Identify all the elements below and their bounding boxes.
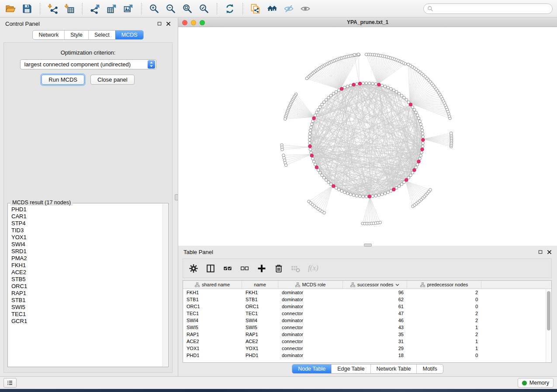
- table-row[interactable]: ORC1ORC1dominator610: [183, 303, 551, 310]
- zoom-in-button[interactable]: [146, 2, 162, 16]
- export-image-button[interactable]: [121, 2, 136, 16]
- column-header-label: MCDS role: [302, 282, 326, 287]
- hide-selected-button[interactable]: [281, 2, 297, 16]
- delete-columns-button[interactable]: [274, 264, 284, 273]
- mcds-result-item[interactable]: GCR1: [11, 318, 161, 325]
- table-row[interactable]: TEC1TEC1connector472: [183, 310, 551, 317]
- maximize-window-icon[interactable]: [200, 20, 205, 25]
- import-network-button[interactable]: [45, 2, 61, 16]
- network-canvas[interactable]: [178, 27, 557, 246]
- tab-edge-table[interactable]: Edge Table: [331, 364, 370, 373]
- table-row[interactable]: STB1STB1dominator620: [183, 296, 551, 303]
- mcds-result-item[interactable]: STP4: [11, 220, 161, 227]
- close-window-icon[interactable]: [182, 20, 187, 25]
- table-settings-button[interactable]: [189, 264, 198, 273]
- table-cell: SWI5: [242, 324, 278, 331]
- show-all-button[interactable]: [298, 2, 313, 16]
- table-cell: 1: [407, 324, 481, 331]
- tab-motifs[interactable]: Motifs: [416, 364, 443, 373]
- optimization-criterion-dropdown[interactable]: largest connected component (undirected): [20, 59, 156, 69]
- mcds-result-item[interactable]: YOX1: [11, 234, 161, 241]
- select-all-button[interactable]: [223, 264, 232, 273]
- mcds-result-item[interactable]: FKH1: [11, 262, 161, 269]
- table-row[interactable]: YOX1YOX1connector291: [183, 345, 551, 352]
- refresh-network-button[interactable]: [222, 2, 238, 16]
- toolbar-icon-groups: [3, 2, 313, 16]
- float-panel-icon[interactable]: [538, 250, 543, 254]
- mcds-result-item[interactable]: ACE2: [11, 269, 161, 276]
- column-header-successor-nodes[interactable]: successor nodes: [343, 281, 407, 289]
- table-cell: TEC1: [242, 310, 278, 317]
- zoom-out-button[interactable]: [163, 2, 179, 16]
- export-network-button[interactable]: [87, 2, 103, 16]
- attribute-tree-icon: [295, 282, 300, 287]
- show-panels-button[interactable]: [3, 378, 17, 388]
- mcds-result-list[interactable]: PHD1CAR1STP4TID3YOX1SWI4SRD1PMA2FKH1ACE2…: [11, 206, 161, 365]
- show-columns-button[interactable]: [206, 264, 215, 273]
- mcds-result-item[interactable]: SWI4: [11, 241, 161, 248]
- column-header-MCDS-role[interactable]: MCDS role: [278, 281, 343, 289]
- mcds-result-title: MCDS result (17 nodes): [10, 199, 73, 206]
- run-mcds-button[interactable]: Run MCDS: [42, 75, 84, 85]
- tab-node-table[interactable]: Node Table: [292, 364, 331, 373]
- duplicate-network-button[interactable]: [248, 2, 263, 16]
- mcds-result-item[interactable]: PMA2: [11, 255, 161, 262]
- equation-editor-icon: f(x): [308, 264, 318, 273]
- mcds-result-item[interactable]: ORC1: [11, 283, 161, 290]
- table-cell: YOX1: [183, 345, 242, 352]
- save-session-button[interactable]: [19, 2, 35, 16]
- tab-network[interactable]: Network: [33, 31, 64, 39]
- close-panel-icon[interactable]: [166, 21, 171, 26]
- table-row[interactable]: FKH1FKH1dominator962: [183, 289, 551, 296]
- network-window-titlebar[interactable]: YPA_prune.txt_1: [178, 18, 557, 27]
- tab-network-table[interactable]: Network Table: [370, 364, 417, 373]
- close-panel-icon[interactable]: [547, 250, 552, 254]
- search-input[interactable]: [423, 3, 553, 14]
- mcds-result-item[interactable]: TEC1: [11, 311, 161, 318]
- column-header-name[interactable]: name: [242, 281, 278, 289]
- mcds-result-item[interactable]: RAP1: [11, 290, 161, 297]
- deselect-all-button[interactable]: [240, 264, 249, 273]
- tab-mcds[interactable]: MCDS: [115, 31, 143, 39]
- network-graph[interactable]: [178, 27, 557, 246]
- column-header-shared-name[interactable]: shared name: [183, 281, 242, 289]
- table-scrollbar-thumb[interactable]: [547, 291, 550, 330]
- zoom-selected-button[interactable]: [196, 2, 212, 16]
- open-file-button[interactable]: [3, 2, 18, 16]
- table-cell: 0: [407, 352, 481, 359]
- toolbar-separator: [40, 3, 40, 14]
- mcds-result-item[interactable]: TID3: [11, 227, 161, 234]
- horizontal-splitter-handle[interactable]: [364, 244, 372, 247]
- table-row[interactable]: RAP1RAP1dominator352: [183, 331, 551, 338]
- table-cell: STB1: [183, 296, 242, 303]
- table-row[interactable]: PHD1PHD1dominator180: [183, 352, 551, 359]
- column-header-predecessor-nodes[interactable]: predecessor nodes: [407, 281, 481, 289]
- close-panel-button[interactable]: Close panel: [90, 75, 135, 85]
- memory-button[interactable]: Memory: [518, 378, 554, 388]
- table-row[interactable]: ACE2ACE2connector311: [183, 338, 551, 345]
- mcds-result-item[interactable]: PHD1: [11, 206, 161, 213]
- minimize-window-icon[interactable]: [191, 20, 196, 25]
- table-row[interactable]: SWI4SWI4dominator462: [183, 317, 551, 324]
- control-panel-title: Control Panel: [5, 21, 40, 27]
- mcds-result-item[interactable]: STB5: [11, 276, 161, 283]
- table-cell: connector: [278, 345, 343, 352]
- mcds-result-item[interactable]: SWI5: [11, 304, 161, 311]
- tab-select[interactable]: Select: [88, 31, 115, 39]
- mcds-result-item[interactable]: SRD1: [11, 248, 161, 255]
- first-neighbors-button[interactable]: [264, 2, 280, 16]
- export-table-button[interactable]: [104, 2, 120, 16]
- table-scrollbar[interactable]: [546, 289, 551, 362]
- tab-style[interactable]: Style: [64, 31, 88, 39]
- mcds-result-scrollbar[interactable]: [163, 204, 168, 366]
- create-column-button[interactable]: [257, 264, 266, 273]
- mcds-result-item[interactable]: CAR1: [11, 213, 161, 220]
- float-panel-icon[interactable]: [157, 21, 162, 26]
- desktop-wallpaper: Control Panel Network Style Select MCDS …: [0, 0, 557, 392]
- table-row[interactable]: SWI5SWI5connector431: [183, 324, 551, 331]
- control-panel-window-controls: [157, 21, 171, 26]
- zoom-fit-button[interactable]: [180, 2, 195, 16]
- table-cell: 0: [407, 296, 481, 303]
- mcds-result-item[interactable]: STB1: [11, 297, 161, 304]
- import-table-button[interactable]: [62, 2, 77, 16]
